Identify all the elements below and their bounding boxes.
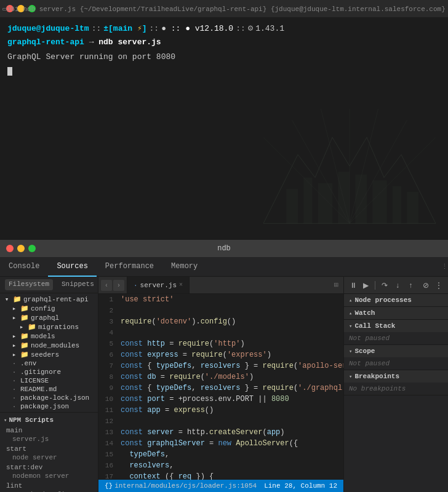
line-content [118, 327, 343, 338]
folder-icon: 📁 [13, 295, 22, 303]
tree-item-models[interactable]: ▸ 📁 models [0, 331, 98, 341]
statusbar-left: {} [105, 482, 113, 490]
node-processes-header[interactable]: ▸ Node processes [344, 294, 448, 306]
watch-section: ▸ Watch [344, 307, 448, 320]
right-panel: ⏸ ▶ ↷ ↓ ↑ ⊘ ⋮ ▸ Node processes ▸ [343, 277, 448, 492]
breakpoints-header[interactable]: ▾ Breakpoints [344, 370, 448, 383]
terminal-titlebar: ▭361 ndb server.js {~/Development/Trailh… [0, 0, 448, 17]
tree-item-readme[interactable]: · README.md [0, 385, 98, 394]
code-line: 3require('dotenv').config() [98, 316, 343, 327]
ndb-menu-icon[interactable]: ⋮ [441, 263, 448, 271]
tree-item-config[interactable]: ▸ 📁 config [0, 304, 98, 313]
tree-item-root[interactable]: ▾ 📁 graphql-rent-api [0, 295, 98, 304]
nav-back-button[interactable]: ‹ [101, 280, 112, 291]
chevron-right-icon: ▸ [10, 351, 18, 359]
step-out-button[interactable]: ↑ [406, 280, 416, 291]
close-tab-button[interactable]: × [179, 282, 183, 288]
chevron-down-icon: ▾ [349, 323, 352, 330]
line-number: 10 [98, 394, 118, 405]
tree-item-node-modules[interactable]: ▸ 📁 node_modules [0, 341, 98, 350]
tree-label: config [31, 305, 55, 312]
tree-item-migrations[interactable]: ▸ 📁 migrations [0, 322, 98, 331]
ndb-tl-yellow[interactable] [17, 245, 25, 252]
scope-content: Not paused [344, 357, 448, 370]
terminal-node-version: ● :: ● v12.18.0 [161, 23, 233, 35]
pause-button[interactable]: ⏸ [348, 280, 358, 291]
settings-button[interactable]: ⋮ [434, 280, 444, 291]
folder-icon: 📁 [20, 341, 29, 349]
split-editor-button[interactable]: ⊞ [329, 280, 343, 290]
tree-item-graphql[interactable]: ▸ 📁 graphql [0, 313, 98, 322]
call-stack-content: Not paused [344, 332, 448, 344]
terminal-sep2: :: [150, 23, 159, 35]
chevron-right-icon: ▸ [17, 323, 26, 331]
terminal-sep3: :: [236, 23, 246, 35]
tree-item-license[interactable]: · LICENSE [0, 376, 98, 385]
line-content: const db = require('./models') [118, 371, 343, 383]
npm-group-main: main server.js [0, 426, 98, 443]
tree-label: LICENSE [20, 377, 49, 384]
tree-item-env[interactable]: · .env [0, 359, 98, 368]
tab-console[interactable]: Console [0, 257, 48, 277]
tree-label: seeders [31, 351, 59, 359]
code-line: 7const { typeDefs, resolvers } = require… [98, 360, 343, 371]
sidebar-filesystem-header: Filesystem Snippets ⋮ [0, 277, 98, 293]
ndb-window: ndb Console Sources Performance Memory ⋮… [0, 240, 448, 492]
breakpoints-section: ▾ Breakpoints No breakpoints [344, 370, 448, 395]
terminal-watermark [263, 105, 436, 228]
code-line: 8const db = require('./models') [98, 371, 343, 383]
terminal-sep1: :: [92, 23, 102, 35]
tree-item-gitignore[interactable]: · .gitignore [0, 368, 98, 376]
code-line: 10const port = +process.env.PORT || 8080 [98, 394, 343, 405]
file-tree: ▾ 📁 graphql-rent-api ▸ 📁 config ▸ 📁 grap… [0, 293, 98, 412]
npm-scripts-header[interactable]: ▾ NPM Scripts [0, 415, 98, 425]
statusbar-position: Line 28, Column 12 [264, 482, 337, 490]
npm-script-node[interactable]: node server [0, 453, 98, 462]
sidebar-tab-snippets[interactable]: Snippets [58, 279, 98, 290]
npm-script-serverjs[interactable]: server.js [0, 435, 98, 443]
terminal-cursor-line [7, 65, 441, 77]
npm-scripts-section: ▾ NPM Scripts main server.js start node … [0, 412, 98, 492]
code-file-tab-serverjs[interactable]: · server.js × [127, 277, 190, 293]
sidebar-tab-filesystem[interactable]: Filesystem [5, 279, 53, 290]
svg-rect-8 [286, 189, 298, 223]
tree-item-package[interactable]: · package.json [0, 402, 98, 411]
step-into-button[interactable]: ↓ [392, 280, 402, 291]
ndb-tl-red[interactable] [6, 245, 14, 252]
tree-item-seeders[interactable]: ▸ 📁 seeders [0, 350, 98, 359]
code-line: 2 [98, 305, 343, 316]
scope-header[interactable]: ▾ Scope [344, 345, 448, 357]
resume-button[interactable]: ▶ [361, 280, 371, 291]
tree-label: package.json [20, 403, 69, 410]
nav-forward-button[interactable]: › [113, 280, 124, 291]
npm-script-nodemon[interactable]: nodemon server [0, 472, 98, 480]
tab-performance[interactable]: Performance [97, 257, 162, 277]
folder-icon: 📁 [20, 351, 29, 359]
step-over-button[interactable]: ↷ [379, 280, 390, 291]
tab-sources[interactable]: Sources [48, 257, 96, 277]
chevron-down-icon: ▾ [349, 348, 352, 355]
ndb-tl-green[interactable] [28, 245, 36, 252]
line-content: resolvers, [118, 460, 343, 471]
tree-label: .gitignore [20, 368, 61, 376]
terminal-prompt-line: jduque@jduque-ltm :: ±[main ⚡] :: ● :: ●… [7, 22, 441, 35]
code-tab-controls: ‹ › [98, 277, 127, 293]
file-icon: · [10, 377, 18, 384]
branch-name: main [113, 24, 132, 33]
tab-memory[interactable]: Memory [162, 257, 206, 277]
line-number: 1 [98, 294, 118, 305]
npm-group-lint-label: lint [0, 482, 98, 490]
tree-label: README.md [20, 386, 57, 393]
code-line: 4 [98, 327, 343, 338]
debugger-toolbar: ⏸ ▶ ↷ ↓ ↑ ⊘ ⋮ [344, 277, 448, 294]
terminal-ndb-version: 1.43.1 [255, 23, 284, 35]
terminal-cursor [7, 67, 12, 76]
tree-item-package-lock[interactable]: · package-lock.json [0, 394, 98, 402]
watch-header[interactable]: ▸ Watch [344, 307, 448, 319]
code-editor[interactable]: 1'use strict'23require('dotenv').config(… [98, 294, 343, 480]
call-stack-header[interactable]: ▾ Call Stack [344, 320, 448, 332]
deactivate-breakpoints-button[interactable]: ⊘ [421, 280, 431, 291]
line-number: 12 [98, 416, 118, 427]
code-tab-bar: ‹ › · server.js × ⊞ [98, 277, 343, 294]
code-line: 15 typeDefs, [98, 449, 343, 460]
